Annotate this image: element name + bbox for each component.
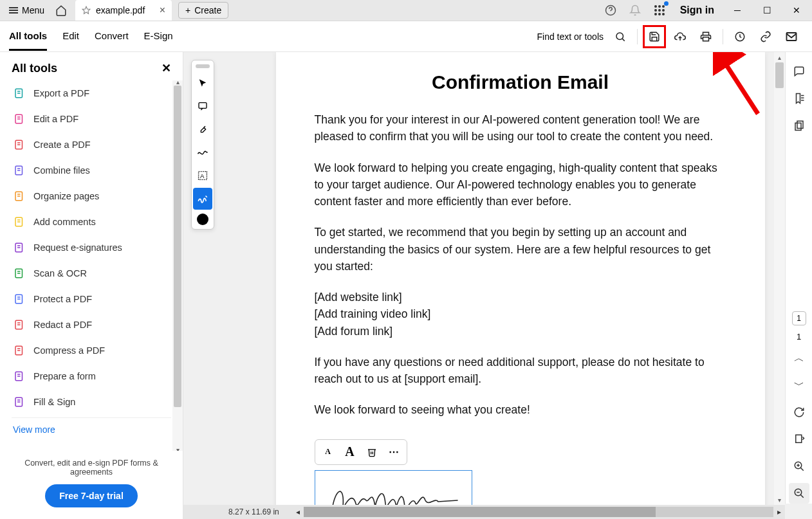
sidebar-item[interactable]: Edit a PDF [12, 106, 171, 132]
hscroll-left-icon[interactable]: ◂ [292, 507, 304, 516]
sign-tool-icon[interactable] [193, 188, 212, 210]
tab-esign[interactable]: E-Sign [144, 23, 173, 51]
bell-icon[interactable] [625, 0, 645, 21]
drag-handle-icon[interactable] [196, 64, 210, 68]
link-icon[interactable] [754, 25, 777, 48]
tab-all-tools[interactable]: All tools [9, 23, 47, 51]
sig-size-small[interactable]: A [318, 442, 338, 462]
sidebar-item[interactable]: Export a PDF [12, 80, 171, 106]
comments-panel-icon[interactable] [789, 61, 809, 82]
all-tools-sidebar: All tools ✕ ▴ ▾ Export a PDFEdit a PDFCr… [0, 52, 183, 519]
rotate-icon[interactable] [789, 402, 809, 423]
scroll-thumb[interactable] [304, 507, 656, 517]
sidebar-item[interactable]: Create a PDF [12, 132, 171, 158]
quick-tools-palette[interactable]: A [191, 60, 214, 230]
mail-icon[interactable] [780, 25, 803, 48]
tab-edit[interactable]: Edit [62, 23, 79, 51]
scroll-up-icon[interactable]: ▴ [174, 80, 181, 86]
page-up-icon[interactable]: ︿ [789, 348, 809, 369]
scroll-thumb[interactable] [775, 62, 784, 88]
draw-tool-icon[interactable] [193, 141, 212, 163]
document-tab[interactable]: example.pdf × [75, 0, 172, 21]
find-text-label[interactable]: Find text or tools [537, 32, 604, 42]
close-sidebar-icon[interactable]: ✕ [161, 61, 171, 75]
sidebar-item[interactable]: Combine files [12, 158, 171, 183]
select-tool-icon[interactable] [193, 72, 212, 94]
window-maximize[interactable]: ☐ [754, 0, 780, 21]
doc-paragraph: Thank you for your interest in our AI-po… [315, 111, 726, 145]
tool-icon [13, 344, 26, 357]
sidebar-item-label: Add comments [33, 217, 96, 227]
cloud-upload-icon[interactable] [669, 25, 692, 48]
sidebar-item[interactable]: Add comments [12, 209, 171, 235]
sidebar-item[interactable]: Fill & Sign [12, 389, 171, 415]
highlight-tool-icon[interactable] [193, 118, 212, 140]
window-minimize[interactable]: ─ [724, 0, 750, 21]
scroll-down-icon[interactable]: ▾ [774, 495, 785, 505]
doc-placeholder-link: [Add website link] [315, 289, 726, 305]
sidebar-item[interactable]: Compress a PDF [12, 338, 171, 363]
sidebar-item[interactable]: Redact a PDF [12, 312, 171, 338]
star-icon [82, 6, 91, 15]
text-markup-icon[interactable]: A [193, 165, 212, 187]
view-more-link[interactable]: View more [12, 417, 171, 441]
page-down-icon[interactable]: ﹀ [789, 375, 809, 396]
svg-point-9 [654, 13, 657, 15]
close-tab-icon[interactable]: × [160, 5, 165, 16]
doc-paragraph: We look forward to helping you create en… [315, 159, 726, 210]
save-button[interactable] [643, 25, 666, 48]
doc-title: Confirmation Email [315, 71, 726, 93]
current-page-badge[interactable]: 1 [792, 311, 806, 325]
scroll-down-icon[interactable]: ▾ [174, 446, 181, 451]
doc-placeholder-link: [Add forum link] [315, 323, 726, 340]
tool-icon [13, 370, 26, 383]
secondary-toolbar: All tools Edit Convert E-Sign Find text … [0, 21, 812, 52]
free-trial-button[interactable]: Free 7-day trial [45, 484, 138, 507]
help-icon[interactable] [600, 0, 621, 21]
zoom-in-icon[interactable] [789, 456, 809, 477]
create-button[interactable]: + Create [178, 2, 228, 19]
sidebar-item[interactable]: Prepare a form [12, 363, 171, 389]
bookmarks-panel-icon[interactable] [789, 88, 809, 109]
sidebar-item-label: Fill & Sign [33, 397, 75, 407]
sidebar-item[interactable]: Organize pages [12, 183, 171, 209]
sign-in-button[interactable]: Sign in [674, 5, 721, 16]
vertical-scrollbar[interactable]: ▴ ▾ [774, 52, 785, 505]
search-icon[interactable] [609, 25, 632, 48]
pages-panel-icon[interactable] [789, 115, 809, 136]
sig-delete-icon[interactable] [362, 442, 382, 462]
svg-rect-68 [795, 123, 801, 130]
sidebar-item[interactable]: Request e-signatures [12, 235, 171, 260]
sidebar-scrollbar[interactable]: ▴ ▾ [172, 80, 183, 451]
page-viewport[interactable]: Confirmation Email Thank you for your in… [183, 52, 812, 519]
hscroll-right-icon[interactable]: ▸ [773, 507, 785, 516]
sig-more-icon[interactable]: ⋯ [383, 442, 404, 462]
sidebar-item[interactable]: Protect a PDF [12, 286, 171, 312]
scroll-thumb[interactable] [174, 86, 181, 407]
page-dimensions: 8.27 x 11.69 in [183, 507, 292, 516]
comment-tool-icon[interactable] [193, 95, 212, 117]
horizontal-scrollbar[interactable] [304, 507, 773, 517]
svg-rect-67 [797, 121, 803, 128]
zoom-out-icon[interactable] [789, 483, 809, 504]
svg-point-8 [662, 9, 665, 12]
sidebar-item[interactable]: Scan & OCR [12, 260, 171, 286]
signature-toolbar: A A ⋯ [315, 439, 407, 465]
menu-button[interactable]: Menu [3, 3, 51, 18]
sig-size-large[interactable]: A [340, 442, 360, 462]
tool-icon [13, 164, 26, 177]
fit-page-icon[interactable] [789, 429, 809, 450]
color-swatch[interactable] [197, 214, 208, 225]
window-close[interactable]: ✕ [784, 0, 809, 21]
tab-title: example.pdf [96, 5, 145, 15]
svg-point-6 [654, 9, 657, 12]
sidebar-item-label: Compress a PDF [33, 345, 105, 356]
tab-convert[interactable]: Convert [95, 23, 129, 51]
tool-icon [13, 241, 26, 254]
print-icon[interactable] [694, 25, 717, 48]
divider [637, 29, 638, 44]
apps-icon[interactable] [649, 0, 670, 21]
scroll-up-icon[interactable]: ▴ [774, 52, 785, 62]
home-icon[interactable] [51, 0, 71, 21]
ai-assistant-icon[interactable] [728, 25, 752, 48]
